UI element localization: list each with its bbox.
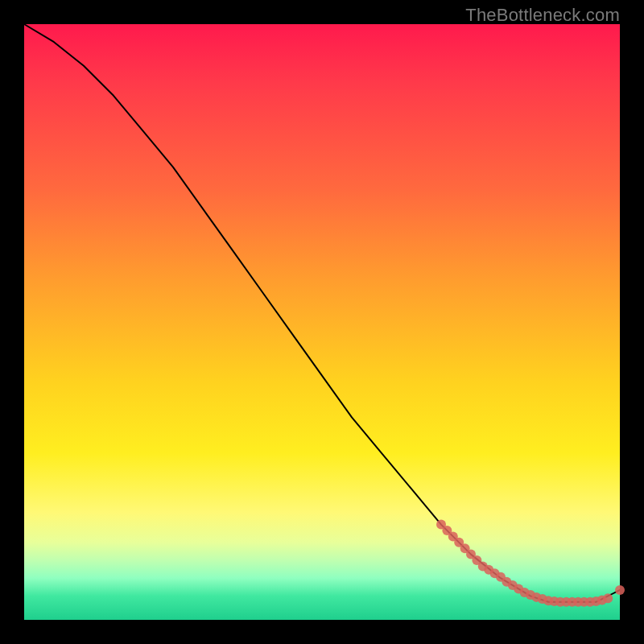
chart-frame: TheBottleneck.com <box>0 0 644 644</box>
data-point <box>603 593 613 603</box>
data-point <box>615 585 625 595</box>
plot-area <box>24 24 620 620</box>
chart-overlay <box>24 24 620 620</box>
attribution-text: TheBottleneck.com <box>465 5 620 26</box>
curve-path <box>24 24 620 602</box>
